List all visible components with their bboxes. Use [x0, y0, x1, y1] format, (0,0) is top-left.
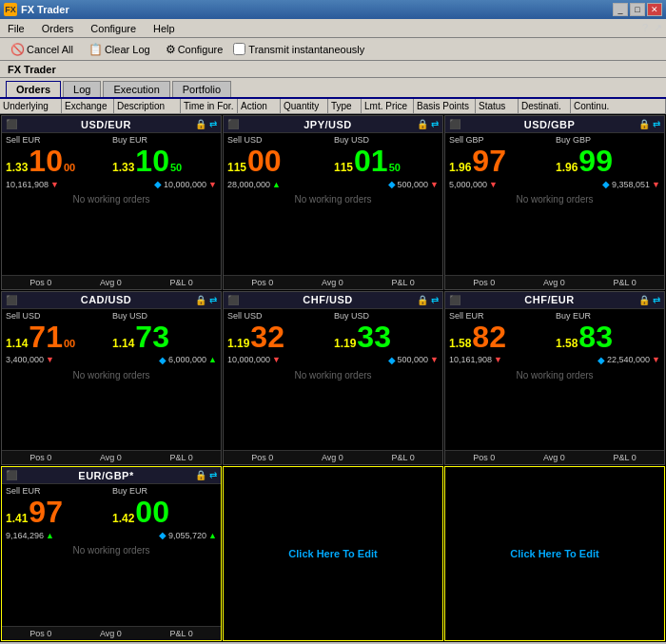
vol-right-chf-eur: ◆ 22,540,000 ▼: [597, 355, 660, 365]
menu-file[interactable]: File: [4, 22, 29, 35]
menu-orders[interactable]: Orders: [38, 22, 78, 35]
buy-big-usd-eur: 10: [135, 146, 169, 176]
panel-footer-chf-usd: Pos 0 Avg 0 P&L 0: [224, 450, 442, 464]
tab-portfolio[interactable]: Portfolio: [172, 81, 231, 97]
vol-right-arrow-jpy-usd: ▼: [430, 180, 439, 189]
clear-log-label: Clear Log: [105, 44, 150, 55]
pair-panel-jpy-usd: ⬛ JPY/USD 🔒 ⇄ Sell USD 115 00 Buy USD 11…: [223, 115, 443, 290]
tab-orders[interactable]: Orders: [6, 81, 61, 97]
column-headers: Underlying Exchange Description Time in …: [0, 99, 666, 114]
sell-side-usd-gbp[interactable]: Sell GBP 1.96 97: [449, 135, 554, 176]
sell-side-cad-usd[interactable]: Sell USD 1.14 71 00: [6, 311, 110, 352]
tab-strip: Orders Log Execution Portfolio: [0, 78, 666, 99]
panel-header-usd-eur: ⬛ USD/EUR 🔒 ⇄: [2, 116, 221, 133]
clear-log-button[interactable]: 📋 Clear Log: [84, 41, 155, 58]
transmit-checkbox[interactable]: [233, 43, 245, 55]
col-quantity: Quantity: [281, 99, 328, 113]
col-lmtprice: Lmt. Price: [362, 99, 414, 113]
vol-right-jpy-usd: ◆ 500,000 ▼: [388, 179, 439, 189]
diamond-icon-chf-eur: ◆: [597, 355, 605, 365]
volume-row-chf-usd: 10,000,000 ▼ ◆ 500,000 ▼: [224, 354, 442, 366]
sell-price-chf-usd: 1.19 32: [227, 322, 332, 352]
vol-left-arrow-eur-gbp: ▲: [46, 531, 54, 540]
vol-left-arrow-jpy-usd: ▲: [272, 180, 281, 189]
volume-row-eur-gbp: 9,164,296 ▲ ◆ 9,055,720 ▲: [2, 529, 221, 541]
panel-footer-usd-eur: Pos 0 Avg 0 P&L 0: [2, 275, 221, 289]
sell-side-eur-gbp[interactable]: Sell EUR 1.41 97: [6, 486, 110, 527]
help-icon[interactable]: ?: [642, 22, 648, 34]
fx-trader-label: FX Trader: [0, 61, 666, 78]
col-basispoints: Basis Points: [414, 99, 476, 113]
buy-big-chf-usd: 33: [357, 322, 391, 352]
sell-prefix-cad-usd: 1.14: [6, 337, 28, 350]
tab-log[interactable]: Log: [63, 81, 101, 97]
panel-footer-jpy-usd: Pos 0 Avg 0 P&L 0: [224, 275, 442, 289]
cancel-all-button[interactable]: 🚫 Cancel All: [6, 41, 78, 58]
sell-side-chf-usd[interactable]: Sell USD 1.19 32: [227, 311, 332, 352]
pair-flag-usd-gbp: ⬛: [449, 119, 460, 129]
vol-right-arrow-eur-gbp: ▲: [208, 531, 217, 540]
buy-big-cad-usd: 73: [135, 322, 169, 352]
cancel-all-label: Cancel All: [27, 44, 73, 55]
click-edit-panel-1[interactable]: Click Here To Edit: [223, 466, 443, 641]
diamond-icon-chf-usd: ◆: [388, 355, 396, 365]
lock-icon-usd-eur: 🔒: [195, 119, 206, 129]
toolbar: 🚫 Cancel All 📋 Clear Log ⚙ Configure Tra…: [0, 38, 666, 61]
avg-label-cad-usd: Avg 0: [100, 453, 122, 462]
diamond-icon-cad-usd: ◆: [159, 355, 166, 365]
swap-icon-usd-gbp: ⇄: [653, 119, 660, 129]
buy-big-usd-gbp: 99: [578, 146, 613, 176]
buy-side-eur-gbp[interactable]: Buy EUR 1.42 00: [112, 486, 217, 527]
buy-prefix-chf-eur: 1.58: [556, 337, 578, 350]
menu-help[interactable]: Help: [149, 22, 179, 35]
buy-side-usd-eur[interactable]: Buy EUR 1.33 10 50: [112, 135, 217, 176]
buy-price-usd-gbp: 1.96 99: [556, 146, 660, 176]
sell-side-chf-eur[interactable]: Sell EUR 1.58 82: [449, 311, 554, 352]
lock-icon-cad-usd: 🔒: [195, 295, 206, 305]
menu-configure[interactable]: Configure: [87, 22, 140, 35]
sell-side-usd-eur[interactable]: Sell EUR 1.33 10 00: [6, 135, 110, 176]
no-orders-chf-eur: No working orders: [445, 366, 664, 384]
vol-right-cad-usd: ◆ 6,000,000 ▲: [159, 355, 217, 365]
close-button[interactable]: ✕: [647, 3, 662, 16]
swap-icon-cad-usd: ⇄: [209, 295, 217, 305]
click-edit-label-1: Click Here To Edit: [288, 548, 377, 559]
pair-flag-eur-gbp: ⬛: [6, 470, 17, 480]
minimize-button[interactable]: _: [613, 3, 628, 16]
configure-button[interactable]: ⚙ Configure: [161, 41, 228, 58]
click-edit-panel-2[interactable]: Click Here To Edit: [444, 466, 665, 641]
vol-left-arrow-chf-eur: ▼: [494, 355, 502, 364]
sell-big-chf-eur: 82: [472, 322, 506, 352]
pos-label-chf-usd: Pos 0: [251, 453, 273, 462]
vol-left-arrow-cad-usd: ▼: [46, 355, 54, 364]
pair-panel-usd-eur: ⬛ USD/EUR 🔒 ⇄ Sell EUR 1.33 10 00 Buy EU…: [1, 115, 222, 290]
vol-right-usd-gbp: ◆ 9,358,051 ▼: [602, 179, 660, 189]
buy-side-chf-eur[interactable]: Buy EUR 1.58 83: [556, 311, 660, 352]
sell-side-jpy-usd[interactable]: Sell USD 115 00: [227, 135, 332, 176]
vol-left-cad-usd: 3,400,000 ▼: [6, 355, 54, 365]
volume-row-jpy-usd: 28,000,000 ▲ ◆ 500,000 ▼: [224, 178, 442, 190]
sell-prefix-usd-eur: 1.33: [6, 161, 28, 174]
external-link-icon[interactable]: ↗: [654, 22, 662, 34]
buy-side-cad-usd[interactable]: Buy USD 1.14 73: [112, 311, 217, 352]
panel-footer-cad-usd: Pos 0 Avg 0 P&L 0: [2, 450, 221, 464]
tab-execution[interactable]: Execution: [103, 81, 169, 97]
pnl-label-eur-gbp: P&L 0: [169, 629, 192, 638]
maximize-button[interactable]: □: [630, 3, 645, 16]
buy-price-chf-usd: 1.19 33: [334, 322, 439, 352]
buy-side-chf-usd[interactable]: Buy USD 1.19 33: [334, 311, 439, 352]
lock-icon-chf-eur: 🔒: [638, 295, 650, 305]
lock-icon-chf-usd: 🔒: [417, 295, 428, 305]
sell-big-usd-gbp: 97: [472, 146, 506, 176]
pair-panel-eur-gbp: ⬛ EUR/GBP* 🔒 ⇄ Sell EUR 1.41 97 Buy EUR …: [1, 466, 222, 641]
pos-label-eur-gbp: Pos 0: [29, 629, 51, 638]
vol-right-arrow-usd-gbp: ▼: [652, 180, 660, 189]
sell-price-usd-eur: 1.33 10 00: [6, 146, 110, 176]
avg-label-eur-gbp: Avg 0: [100, 629, 122, 638]
buy-side-usd-gbp[interactable]: Buy GBP 1.96 99: [556, 135, 660, 176]
pos-label-cad-usd: Pos 0: [29, 453, 51, 462]
click-edit-label-2: Click Here To Edit: [510, 548, 598, 559]
sell-big-cad-usd: 71: [29, 322, 63, 352]
buy-side-jpy-usd[interactable]: Buy USD 115 01 50: [334, 135, 439, 176]
transmit-checkbox-area[interactable]: Transmit instantaneously: [233, 43, 364, 55]
